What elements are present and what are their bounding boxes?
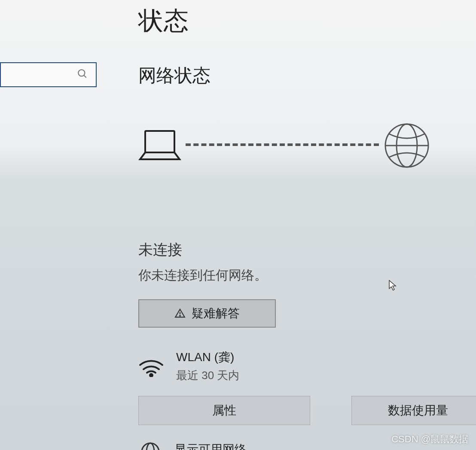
troubleshoot-button[interactable]: 疑难解答 [138, 299, 276, 328]
available-text: 显示可用网络 查看周围的连接选项 [174, 441, 275, 450]
available-title: 显示可用网络 [174, 441, 275, 450]
mouse-cursor [389, 280, 397, 291]
status-description: 你未连接到任何网络。 [138, 267, 476, 284]
status-heading: 未连接 [138, 240, 476, 260]
search-input[interactable] [0, 62, 97, 87]
main-content: 状态 网络状态 未连接 你未连接到任何网络。 [138, 0, 476, 450]
svg-rect-2 [145, 131, 174, 152]
laptop-icon [138, 128, 181, 163]
connection-line [186, 143, 379, 146]
watermark: CSDN @鼠鼠数据 [391, 433, 468, 446]
svg-point-9 [142, 443, 159, 450]
wifi-icon [138, 356, 164, 377]
section-title: 网络状态 [138, 64, 476, 88]
properties-button[interactable]: 属性 [138, 396, 310, 425]
svg-point-7 [180, 316, 180, 316]
network-diagram [138, 122, 430, 169]
svg-point-8 [150, 374, 153, 377]
page-title: 状态 [138, 4, 476, 38]
troubleshoot-label: 疑难解答 [192, 305, 240, 322]
status-block: 未连接 你未连接到任何网络。 疑难解答 [138, 240, 476, 450]
data-usage-button[interactable]: 数据使用量 [351, 396, 476, 425]
svg-line-1 [84, 75, 86, 77]
wlan-subtitle: 最近 30 天内 [176, 368, 239, 383]
wlan-name: WLAN (龚) [176, 349, 239, 365]
data-usage-label: 数据使用量 [388, 402, 448, 419]
wlan-text: WLAN (龚) 最近 30 天内 [176, 349, 239, 383]
wlan-row: WLAN (龚) 最近 30 天内 [138, 349, 476, 383]
search-icon [77, 68, 88, 81]
warning-icon [174, 308, 186, 319]
globe-icon [383, 122, 430, 169]
button-row: 属性 数据使用量 [138, 396, 476, 425]
properties-label: 属性 [212, 402, 236, 419]
globe-small-icon [138, 441, 162, 450]
svg-point-0 [78, 70, 85, 76]
